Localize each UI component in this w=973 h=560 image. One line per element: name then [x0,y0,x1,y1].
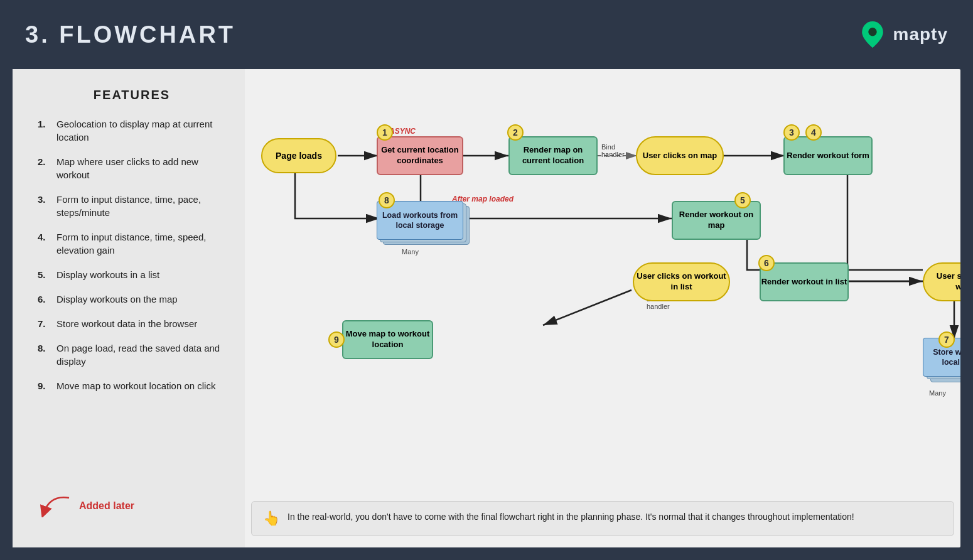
node-number-8: 8 [379,192,395,208]
sidebar: FEATURES 1.Geolocation to display map at… [13,69,245,547]
node-number-3: 3 [783,124,800,141]
header: 3. FLOWCHART mapty [0,0,973,69]
note-box: 👆 In the real-world, you don't have to c… [251,501,954,536]
list-item: 4.Form to input distance, time, speed, e… [38,230,226,257]
async-label: ASYNC [389,127,416,136]
node-user-clicks-map: User clicks on map [636,136,724,175]
added-later-annotation: Added later [38,495,134,517]
node-move-map: Move map to workout location [342,320,433,359]
many-label-2: Many [929,389,946,397]
list-item: 5.Display workouts in a list [38,268,226,281]
node-number-1: 1 [377,124,393,141]
list-item: 6.Display workouts on the map [38,293,226,306]
list-item: 8.On page load, read the saved data and … [38,342,226,368]
features-heading: FEATURES [38,88,226,102]
note-text: In the real-world, you don't have to com… [288,510,854,524]
node-user-clicks-list: User clicks on workout in list [633,262,730,301]
bind-handler-label-1: Bindhandler [601,143,625,158]
logo-area: mapty [859,21,948,48]
mapty-logo-icon [859,21,886,48]
node-render-map: Render map on current location [508,136,598,175]
many-label-1: Many [402,248,419,256]
list-item: 1.Geolocation to display map at current … [38,117,226,144]
logo-text: mapty [893,24,948,45]
added-later-text: Added later [79,500,134,512]
list-item: 9.Move map to workout location on click [38,379,226,392]
list-item: 3.Form to input distance, time, pace, st… [38,193,226,219]
svg-point-0 [868,28,876,36]
node-render-workout-list: Render workout in list [760,262,849,301]
flowchart-area: 1 2 3 4 5 6 7 8 9 ASYNC After map loaded… [245,69,960,547]
node-user-submits: User submits new workout [923,262,960,301]
node-number-9: 9 [328,331,345,348]
list-item: 2.Map where user clicks to add new worko… [38,155,226,181]
note-emoji: 👆 [263,510,280,527]
node-number-2: 2 [507,124,524,141]
list-item: 7.Store workout data in the browser [38,317,226,330]
page-title: 3. FLOWCHART [25,21,235,48]
node-get-location: Get current location coordinates [377,136,463,175]
node-number-6: 6 [758,255,775,271]
node-render-workout-form: Render workout form [783,136,873,175]
node-number-5: 5 [734,192,751,208]
curved-arrow-icon [38,495,75,517]
svg-line-8 [543,290,632,325]
node-number-7: 7 [938,331,955,348]
features-list: 1.Geolocation to display map at current … [38,117,226,392]
node-number-4: 4 [805,124,822,141]
node-page-loads: Page loads [261,138,336,173]
main-content: FEATURES 1.Geolocation to display map at… [13,69,960,547]
